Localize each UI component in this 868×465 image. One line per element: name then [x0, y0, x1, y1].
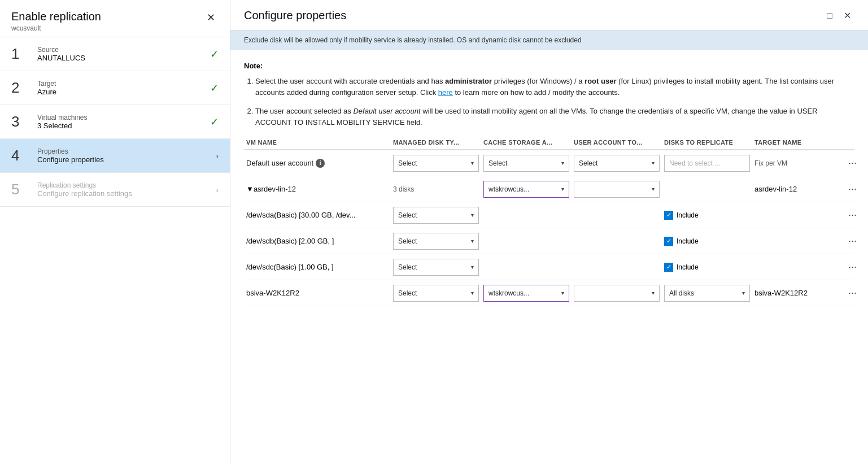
step-2-value: Azure [37, 88, 206, 96]
default-user-dropdown[interactable]: Select ▾ [574, 155, 660, 172]
step-5[interactable]: 5 Replication settings Configure replica… [0, 173, 230, 207]
bsiva-managed-dropdown[interactable]: Select ▾ [393, 285, 479, 302]
step-3-value: 3 Selected [37, 121, 206, 130]
step-2-info: Target Azure [32, 80, 206, 96]
cell-bsiva-disks[interactable]: All disks ▾ [662, 285, 752, 302]
col-actions [843, 139, 865, 146]
step-3-info: Virtual machines 3 Selected [32, 114, 206, 130]
step-1-info: Source ANUTALLUCS [32, 46, 206, 62]
cell-sda-ellipsis[interactable]: ··· [843, 208, 865, 222]
asrdev-target-name: asrdev-lin-12 [754, 185, 797, 193]
bsiva-ellipsis-button[interactable]: ··· [845, 286, 860, 300]
step-3-number: 3 [11, 113, 32, 131]
note-list: Select the user account with accurate cr… [244, 76, 854, 128]
cell-asrdev-user[interactable]: ▾ [572, 181, 662, 198]
left-close-button[interactable]: ✕ [203, 10, 219, 25]
right-panel: Configure properties □ ✕ Exclude disk wi… [230, 0, 868, 465]
col-user-account: USER ACCOUNT TO... [572, 139, 662, 146]
step-1[interactable]: 1 Source ANUTALLUCS ✓ [0, 37, 230, 71]
content-area: Note: Select the user account with accur… [230, 50, 868, 465]
dropdown-arrow-icon: ▾ [471, 264, 474, 270]
dropdown-arrow-icon: ▾ [471, 212, 474, 218]
bsiva-user-dropdown[interactable]: ▾ [574, 285, 660, 302]
disks-placeholder: Need to select ... [669, 159, 720, 167]
cell-bsiva-user[interactable]: ▾ [572, 285, 662, 302]
step-4-label: Properties [37, 147, 211, 155]
cell-asrdev-target: asrdev-lin-12 [752, 185, 843, 193]
cell-default-managed-disk[interactable]: Select ▾ [391, 155, 481, 172]
sda-managed-value: Select [398, 211, 417, 219]
panel-title: Enable replication [11, 10, 101, 23]
cell-sdb-include: ✓ Include [662, 237, 752, 246]
panel-subtitle: wcusvault [11, 24, 101, 32]
sda-include-checkbox[interactable]: ✓ [664, 211, 673, 220]
default-cache-value: Select [488, 159, 507, 167]
sdb-managed-dropdown[interactable]: Select ▾ [393, 233, 479, 250]
close-button[interactable]: ✕ [840, 9, 854, 22]
asrdev-ellipsis-button[interactable]: ··· [845, 182, 860, 196]
cell-bsiva-target: bsiva-W2K12R2 [752, 289, 843, 297]
asrdev-user-dropdown[interactable]: ▾ [574, 181, 660, 198]
cell-bsiva-cache[interactable]: wtskrowcus... ▾ [481, 285, 572, 302]
sda-ellipsis-button[interactable]: ··· [845, 208, 860, 222]
cell-default-disks: Need to select ... [662, 155, 752, 172]
step-3[interactable]: 3 Virtual machines 3 Selected ✓ [0, 105, 230, 139]
cell-asrdev-cache[interactable]: wtskrowcus... ▾ [481, 181, 572, 198]
bsiva-cache-dropdown[interactable]: wtskrowcus... ▾ [483, 285, 569, 302]
sdc-include-checkbox[interactable]: ✓ [664, 263, 673, 272]
cell-asrdev-ellipsis[interactable]: ··· [843, 182, 865, 196]
table-row-default: Default user account i Select ▾ Select ▾ [244, 150, 854, 176]
right-header: Configure properties □ ✕ [230, 0, 868, 31]
table-row-sdb: /dev/sdb(Basic) [2.00 GB, ] Select ▾ ✓ I… [244, 228, 854, 254]
steps-list: 1 Source ANUTALLUCS ✓ 2 Target Azure ✓ 3… [0, 37, 230, 207]
dropdown-arrow-icon: ▾ [742, 290, 745, 296]
minimize-button[interactable]: □ [823, 9, 836, 22]
cell-bsiva-managed[interactable]: Select ▾ [391, 285, 481, 302]
col-vm-name: VM NAME [244, 139, 391, 146]
cell-sda-managed[interactable]: Select ▾ [391, 207, 481, 224]
step-1-label: Source [37, 46, 206, 54]
sdb-include-checkbox[interactable]: ✓ [664, 237, 673, 246]
step-5-label: Replication settings [37, 181, 211, 189]
cell-default-ellipsis[interactable]: ··· [843, 156, 865, 170]
default-ellipsis-button[interactable]: ··· [845, 156, 860, 170]
sdc-managed-dropdown[interactable]: Select ▾ [393, 259, 479, 276]
dropdown-arrow-icon: ▾ [652, 186, 655, 192]
step-3-check-icon: ✓ [210, 116, 219, 128]
cell-sdc-ellipsis[interactable]: ··· [843, 260, 865, 274]
sdb-ellipsis-button[interactable]: ··· [845, 234, 860, 248]
cell-default-cache[interactable]: Select ▾ [481, 155, 572, 172]
expand-icon[interactable]: ▼ [246, 185, 254, 193]
sdc-include-label: Include [677, 263, 699, 271]
step-4-arrow-icon: › [216, 151, 219, 160]
cell-sdc-managed[interactable]: Select ▾ [391, 259, 481, 276]
cell-bsiva-ellipsis[interactable]: ··· [843, 286, 865, 300]
col-target-name: TARGET NAME [752, 139, 843, 146]
sda-managed-dropdown[interactable]: Select ▾ [393, 207, 479, 224]
note-item-2: The user account selected as Default use… [255, 106, 854, 128]
step-5-number: 5 [11, 181, 32, 198]
sda-label: /dev/sda(Basic) [30.00 GB, /dev... [246, 211, 355, 219]
default-disks-input: Need to select ... [664, 155, 750, 172]
step-4-value: Configure properties [37, 155, 211, 164]
dropdown-arrow-icon: ▾ [471, 160, 474, 166]
step-2[interactable]: 2 Target Azure ✓ [0, 71, 230, 105]
step-4[interactable]: 4 Properties Configure properties › [0, 139, 230, 173]
sdc-label: /dev/sdc(Basic) [1.00 GB, ] [246, 263, 334, 271]
cell-sdb-ellipsis[interactable]: ··· [843, 234, 865, 248]
step-2-number: 2 [11, 79, 32, 97]
sdc-ellipsis-button[interactable]: ··· [845, 260, 860, 274]
window-controls: □ ✕ [823, 9, 854, 22]
asrdev-cache-dropdown[interactable]: wtskrowcus... ▾ [483, 181, 569, 198]
cell-default-user[interactable]: Select ▾ [572, 155, 662, 172]
info-icon: i [316, 159, 325, 168]
table-row-sda: /dev/sda(Basic) [30.00 GB, /dev... Selec… [244, 202, 854, 228]
default-managed-disk-dropdown[interactable]: Select ▾ [393, 155, 479, 172]
sdb-managed-value: Select [398, 237, 417, 245]
cell-sdb-managed[interactable]: Select ▾ [391, 233, 481, 250]
bsiva-disks-dropdown[interactable]: All disks ▾ [664, 285, 750, 302]
asrdev-disk-count: 3 disks [393, 185, 414, 193]
default-cache-dropdown[interactable]: Select ▾ [483, 155, 569, 172]
here-link[interactable]: here [438, 88, 453, 97]
col-cache-storage: CACHE STORAGE A... [481, 139, 572, 146]
